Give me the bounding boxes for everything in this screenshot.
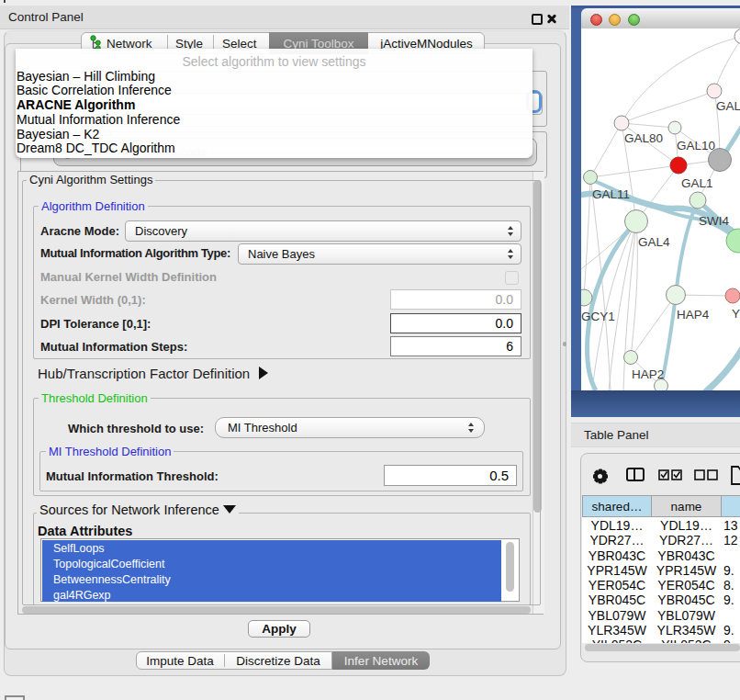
svg-text:GAL: GAL [716,99,740,113]
svg-text:GAL4: GAL4 [638,235,670,249]
svg-text:GAL1: GAL1 [681,176,713,190]
svg-text:GAL10: GAL10 [677,139,715,152]
svg-text:GAL80: GAL80 [624,131,663,145]
svg-text:GCY1: GCY1 [581,310,615,323]
svg-text:Y: Y [732,307,740,321]
svg-text:SWI4: SWI4 [699,214,729,228]
svg-text:HAP4: HAP4 [677,308,710,322]
svg-text:HAP2: HAP2 [632,367,664,381]
svg-text:GAL11: GAL11 [592,187,630,201]
